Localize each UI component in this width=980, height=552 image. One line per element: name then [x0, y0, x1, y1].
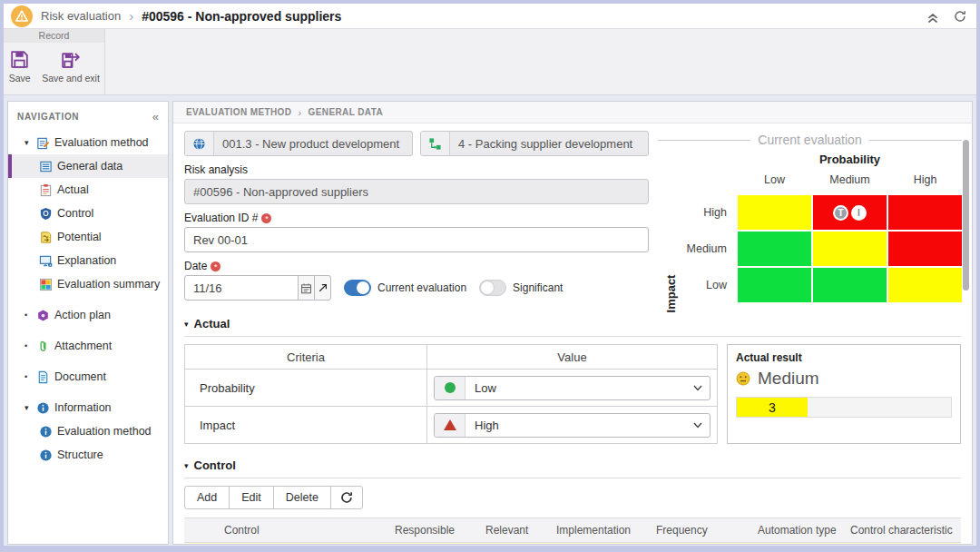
title-bar: Risk evaluation › #00596 - Non-approved … [4, 4, 976, 29]
chevron-down-icon [693, 422, 710, 429]
evaluation-id-input[interactable] [184, 227, 649, 252]
automation-type-column-header: Automation type [752, 518, 845, 543]
calendar-picker-button[interactable] [298, 275, 315, 301]
edit-button[interactable]: Edit [229, 486, 274, 509]
required-icon [211, 261, 220, 271]
nav-item-explanation[interactable]: Explanation [8, 249, 168, 272]
toggle-off-switch[interactable] [479, 280, 506, 296]
nav-item-information[interactable]: ▾ Information [8, 396, 168, 419]
date-shortcut-button[interactable] [314, 275, 331, 301]
table-row[interactable]: #00400 - Supplier evaluation James J. To… [184, 543, 961, 546]
delete-button[interactable]: Delete [273, 486, 331, 509]
content-panel: EVALUATION METHOD › GENERAL DATA 0 [172, 101, 973, 545]
title-separator: › [129, 8, 133, 24]
neutral-face-icon [736, 371, 750, 386]
actual-section-title: Actual [194, 317, 230, 330]
nav-item-evaluation-summary[interactable]: Evaluation summary [8, 272, 168, 296]
general-data-icon [39, 160, 53, 173]
page-title: #00596 - Non-approved suppliers [142, 9, 341, 24]
general-data-content: 001.3 - New product development 4 - Pack… [173, 123, 972, 545]
nav-item-actual[interactable]: Actual [8, 178, 168, 202]
section-collapse-icon: ▾ [184, 461, 189, 470]
tree-expander-icon[interactable]: ▾ [24, 403, 36, 412]
structure-field[interactable]: 001.3 - New product development [184, 131, 413, 156]
refresh-icon[interactable] [953, 9, 967, 24]
current-evaluation-toggle[interactable]: Current evaluation [344, 280, 466, 296]
impact-level-icon [435, 414, 466, 437]
matrix-cell [813, 268, 887, 302]
actual-result-label: Actual result [736, 351, 952, 364]
nav-item-control[interactable]: Control [8, 202, 168, 225]
nav-item-label: Structure [57, 448, 103, 461]
table-row: Probability Low [185, 370, 718, 407]
control-section-header[interactable]: ▾ Control [184, 455, 961, 478]
nav-item-action-plan[interactable]: • Action plan [8, 303, 168, 327]
nav-collapse-icon[interactable]: « [152, 110, 159, 123]
nav-item-label: General data [57, 160, 122, 172]
frequency-column-header: Frequency [651, 518, 752, 543]
actual-section-header[interactable]: ▾ Actual [184, 313, 961, 337]
save-and-exit-button[interactable]: Save and exit [38, 46, 103, 94]
toggle-on-switch[interactable] [344, 280, 371, 296]
risk-analysis-label: Risk analysis [184, 163, 649, 176]
date-input[interactable] [184, 275, 299, 301]
nav-item-label: Explanation [57, 254, 116, 267]
chevron-down-icon [693, 385, 710, 391]
matrix-cell [813, 232, 887, 266]
collapse-ribbon-icon[interactable] [926, 9, 940, 24]
impact-select[interactable]: High [434, 413, 710, 438]
result-score-fill: 3 [737, 398, 808, 417]
arrow-ne-icon [318, 282, 328, 293]
control-characteristic-column-header: Control characteristic [845, 518, 961, 543]
nav-item-evaluation-method[interactable]: ▾ Evaluation method [8, 131, 168, 154]
nav-item-info-evaluation-method[interactable]: Evaluation method [8, 419, 168, 443]
action-plan-icon [36, 309, 50, 322]
tree-expander-icon[interactable]: ▾ [24, 138, 36, 147]
date-label: Date [184, 260, 649, 272]
nav-item-label: Control [57, 207, 93, 220]
add-button[interactable]: Add [184, 486, 230, 509]
tree-field[interactable]: 4 - Packing supplier development [420, 131, 649, 156]
nav-item-label: Action plan [54, 309, 111, 321]
tree-field-value: 4 - Packing supplier development [450, 137, 632, 151]
probability-select[interactable]: Low [434, 376, 710, 400]
matrix-cell: T I [813, 195, 887, 230]
ribbon-buttons: Save Save and exit [4, 43, 104, 94]
info-icon [39, 448, 53, 462]
document-icon [36, 370, 50, 384]
nav-item-label: Information [54, 401, 112, 414]
ribbon-toolbar: Record Save Save and exit [4, 29, 976, 95]
app-name[interactable]: Risk evaluation [41, 9, 121, 23]
nav-item-info-structure[interactable]: Structure [8, 443, 168, 467]
evaluation-summary-icon [39, 278, 53, 291]
red-triangle-icon [444, 419, 456, 430]
nav-item-label: Evaluation method [54, 136, 149, 149]
significant-toggle[interactable]: Significant [479, 280, 563, 296]
potential-icon [39, 231, 53, 244]
actual-criteria-table: Criteria Value Probability Low [184, 344, 718, 444]
nav-item-attachment[interactable]: • Attachment [8, 334, 168, 358]
navigation-header: NAVIGATION « [8, 102, 168, 131]
matrix-cell [738, 195, 811, 230]
risk-analysis-field: #00596 - Non-approved suppliers [184, 179, 649, 204]
hierarchy-icon [421, 132, 450, 155]
nav-item-potential[interactable]: Potential [8, 225, 168, 249]
refresh-list-button[interactable] [330, 486, 363, 509]
save-floppy-icon [8, 48, 31, 71]
save-button[interactable]: Save [5, 46, 34, 94]
navigation-panel: NAVIGATION « ▾ Evaluation method General… [7, 101, 169, 545]
impact-axis-label: Impact [664, 275, 678, 313]
nav-item-general-data[interactable]: General data [8, 154, 168, 178]
green-circle-icon [445, 382, 456, 393]
nav-item-document[interactable]: • Document [8, 365, 168, 389]
nav-item-label: Document [54, 370, 106, 383]
value-column-header: Value [427, 345, 718, 370]
breadcrumb: EVALUATION METHOD › GENERAL DATA [173, 102, 972, 123]
evaluation-id-label: Evaluation ID # [184, 212, 649, 224]
matrix-col-label: High [888, 173, 962, 193]
matrix-cell [888, 232, 962, 266]
save-and-exit-floppy-icon [59, 48, 82, 71]
table-row: Impact High [185, 407, 718, 444]
breadcrumb-item-evaluation-method[interactable]: EVALUATION METHOD [186, 107, 291, 117]
structure-field-value: 001.3 - New product development [214, 137, 399, 151]
